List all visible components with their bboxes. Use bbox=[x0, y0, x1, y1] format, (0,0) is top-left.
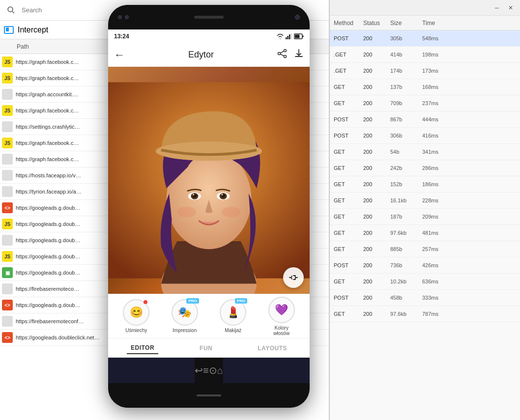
tool-imp[interactable]: 🎭 PRO Impression bbox=[172, 299, 198, 333]
row-type-icon bbox=[2, 235, 13, 246]
row-type-icon: JS bbox=[2, 56, 13, 67]
row-type-icon bbox=[2, 283, 13, 294]
tool-label-mak: Makijaż bbox=[225, 328, 241, 333]
row-col-method: POST bbox=[334, 35, 363, 41]
download-icon[interactable] bbox=[294, 49, 304, 61]
table-row[interactable]: .GET200414b198ms bbox=[330, 47, 520, 63]
svg-line-1 bbox=[12, 11, 14, 13]
tool-mak[interactable]: 💄 PRO Makijaż bbox=[220, 299, 246, 333]
back-button[interactable]: ← bbox=[114, 49, 125, 61]
row-col-status: 200 bbox=[363, 262, 390, 268]
row-col-method: GET bbox=[334, 311, 363, 317]
table-row[interactable]: POST200305b548ms bbox=[330, 30, 520, 47]
intercept-toggle[interactable] bbox=[4, 26, 14, 34]
tab-layouts[interactable]: LAYOUTS bbox=[254, 343, 291, 354]
table-row[interactable]: GET200152b186ms bbox=[330, 176, 520, 193]
row-path: https://settings.crashlytic… bbox=[16, 124, 114, 130]
row-col-size: 152b bbox=[390, 181, 422, 187]
row-path: https://graph.facebook.c… bbox=[16, 156, 114, 162]
svg-rect-16 bbox=[303, 35, 304, 37]
header-actions bbox=[277, 49, 304, 61]
row-path: https://firebaseremoteco… bbox=[16, 286, 114, 292]
phone-dot-2 bbox=[125, 15, 129, 19]
app-header: ← Edytor bbox=[108, 43, 310, 67]
table-row[interactable]: GET200137b168ms bbox=[330, 79, 520, 95]
row-type-icon bbox=[2, 121, 13, 132]
table-row[interactable]: GET20010.2kb636ms bbox=[330, 274, 520, 290]
table-row[interactable]: GET200242b286ms bbox=[330, 160, 520, 176]
row-path: https://graph.facebook.c… bbox=[16, 59, 114, 65]
row-col-size: 54b bbox=[390, 149, 422, 155]
row-col-time: 636ms bbox=[422, 279, 452, 284]
share-icon[interactable] bbox=[277, 49, 287, 61]
row-col-time: 481ms bbox=[422, 230, 452, 236]
nav-back-icon[interactable]: ↩ bbox=[195, 364, 203, 376]
svg-point-18 bbox=[284, 50, 287, 52]
tools-row: 😊 Uśmiechy 🎭 PRO Impression 💄 PRO M bbox=[108, 294, 310, 338]
row-path: https://graph.accountkit.… bbox=[16, 91, 114, 97]
nav-bar: ↩ ≡ ⊙ ⌂ bbox=[195, 358, 223, 383]
row-col-time: 286ms bbox=[422, 165, 452, 171]
table-row[interactable]: GET20016.1kb228ms bbox=[330, 193, 520, 209]
minimize-button[interactable]: ─ bbox=[491, 2, 502, 13]
table-row[interactable]: GET20097.6kb481ms bbox=[330, 225, 520, 241]
row-col-status: 200 bbox=[363, 52, 390, 57]
nav-home-icon[interactable]: ⌂ bbox=[217, 365, 223, 376]
tool-kol[interactable]: 💜 Kolory włosów bbox=[268, 297, 295, 336]
svg-line-21 bbox=[280, 51, 284, 53]
row-type-icon: <> bbox=[2, 202, 13, 213]
row-col-time: 333ms bbox=[422, 295, 452, 301]
table-row[interactable]: GET20054b341ms bbox=[330, 144, 520, 160]
tool-emoji-kol: 💜 bbox=[275, 304, 288, 316]
table-row[interactable]: GET200187b209ms bbox=[330, 209, 520, 225]
adjust-button[interactable] bbox=[283, 267, 304, 288]
table-row[interactable]: .GET200174b173ms bbox=[330, 63, 520, 79]
row-col-time: 186ms bbox=[422, 181, 452, 187]
phone-camera bbox=[295, 15, 300, 20]
row-col-size: 242b bbox=[390, 165, 422, 171]
row-col-status: 200 bbox=[363, 84, 390, 90]
row-path: https://firebaseremoteconf… bbox=[16, 318, 114, 324]
row-col-size: 174b bbox=[390, 68, 422, 74]
table-row[interactable]: GET200709b237ms bbox=[330, 95, 520, 112]
row-col-status: 200 bbox=[363, 149, 390, 155]
row-path: https://graph.facebook.c… bbox=[16, 140, 114, 146]
table-row[interactable]: POST200736b426ms bbox=[330, 257, 520, 274]
tool-icon-kol: 💜 bbox=[268, 297, 295, 323]
row-col-status: 200 bbox=[363, 197, 390, 203]
table-row[interactable]: GET20097.6kb787ms bbox=[330, 306, 520, 322]
table-row[interactable]: GET200885b257ms bbox=[330, 241, 520, 257]
tab-editor[interactable]: EDITOR bbox=[127, 342, 158, 354]
tool-icon-imp: 🎭 PRO bbox=[172, 299, 198, 326]
phone-screen: 13:24 bbox=[108, 29, 310, 358]
row-type-icon: <> bbox=[2, 332, 13, 343]
close-button[interactable]: ✕ bbox=[505, 2, 516, 13]
row-type-icon: ▣ bbox=[2, 267, 13, 278]
row-col-status: 200 bbox=[363, 214, 390, 220]
svg-line-22 bbox=[280, 54, 284, 56]
row-path: https://hosts.faceapp.io/v… bbox=[16, 172, 114, 178]
row-col-status: 200 bbox=[363, 35, 390, 41]
table-row[interactable]: POST200458b333ms bbox=[330, 290, 520, 306]
row-col-size: 137b bbox=[390, 84, 422, 90]
table-row[interactable]: POST200306b416ms bbox=[330, 128, 520, 144]
row-col-status: 200 bbox=[363, 181, 390, 187]
row-col-method: GET bbox=[334, 149, 363, 155]
row-col-method: .GET bbox=[334, 52, 363, 57]
row-col-method: POST bbox=[334, 295, 363, 301]
nav-search-icon[interactable]: ⊙ bbox=[209, 364, 217, 376]
row-col-time: 237ms bbox=[422, 100, 452, 106]
row-type-icon: JS bbox=[2, 73, 13, 84]
pro-badge-mak: PRO bbox=[235, 298, 247, 304]
tool-usm[interactable]: 😊 Uśmiechy bbox=[123, 299, 149, 333]
row-col-size: 458b bbox=[390, 295, 422, 301]
row-col-method: POST bbox=[334, 262, 363, 268]
nav-menu-icon[interactable]: ≡ bbox=[203, 365, 209, 376]
row-col-status: 200 bbox=[363, 230, 390, 236]
tab-fun[interactable]: FUN bbox=[196, 343, 216, 354]
row-type-icon: JS bbox=[2, 138, 13, 148]
svg-rect-11 bbox=[286, 37, 287, 39]
row-col-size: 97.6kb bbox=[390, 311, 422, 317]
table-row[interactable]: POST200867b444ms bbox=[330, 112, 520, 128]
tool-label-usm: Uśmiechy bbox=[125, 328, 147, 333]
